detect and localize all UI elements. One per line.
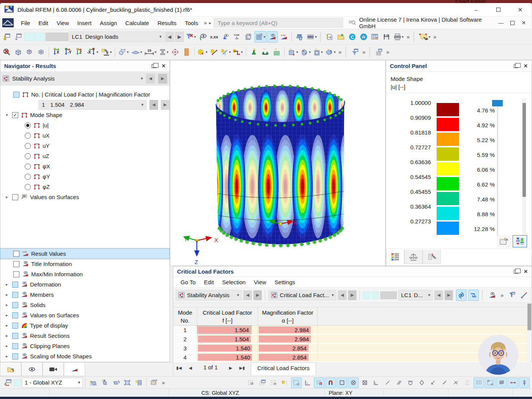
- toolbar-overflow-chevron[interactable]: »: [160, 380, 166, 386]
- toolbar-overflow-chevron[interactable]: »: [385, 49, 391, 55]
- float-panel-icon[interactable]: [514, 270, 518, 274]
- list-item-maxmin-information[interactable]: Max/Min Information: [0, 269, 169, 279]
- panel-settings-button[interactable]: [497, 235, 511, 247]
- grid-settings-button[interactable]: [257, 377, 268, 388]
- table-menu-view[interactable]: View: [250, 278, 270, 287]
- analysis-type-combo[interactable]: Stability Analysis ▾ ◀ ▶: [0, 72, 169, 86]
- mode-shape-checkbox[interactable]: ✓: [12, 112, 18, 118]
- expand-icon[interactable]: ▸: [4, 313, 10, 318]
- panel-scrollbar[interactable]: [522, 98, 526, 239]
- list-item-result-sections[interactable]: ▸ Result Sections: [0, 331, 169, 341]
- snap-points-button[interactable]: [268, 377, 279, 388]
- show-results-ramp-button[interactable]: [487, 290, 497, 301]
- value-bar[interactable]: 1.504: [198, 326, 251, 333]
- table-row[interactable]: 4 1.540 2.854: [173, 353, 527, 362]
- next-analysis-button[interactable]: ▶: [158, 74, 167, 84]
- table-menu-edit[interactable]: Edit: [200, 278, 218, 287]
- color-swatch-gray[interactable]: [46, 33, 68, 41]
- result-values-button[interactable]: [279, 31, 289, 43]
- value-bar[interactable]: 1.540: [198, 354, 252, 361]
- column-header-magnification-factor[interactable]: Magnification Factorα [--]: [258, 307, 318, 325]
- table-filter-button[interactable]: [507, 290, 517, 301]
- radio-u[interactable]: [25, 122, 31, 128]
- clipping-planes-checkbox[interactable]: [12, 343, 18, 349]
- table-window-button[interactable]: [374, 46, 384, 58]
- members-checkbox[interactable]: [12, 292, 18, 298]
- cell-clf[interactable]: 1.540: [197, 353, 258, 361]
- cell-clf[interactable]: 1.504: [197, 335, 258, 343]
- list-item-clipping-planes[interactable]: ▸ Clipping Planes: [0, 341, 169, 351]
- float-panel-icon[interactable]: [152, 64, 156, 68]
- value-bar[interactable]: 1.540: [198, 345, 252, 352]
- zoom-cancel-button[interactable]: [2, 46, 12, 58]
- list-item-result-values[interactable]: Result Values: [0, 249, 169, 259]
- close-panel-icon[interactable]: ✕: [162, 63, 166, 69]
- layers-stack-button[interactable]: [496, 377, 507, 388]
- calculator-abacus-button[interactable]: ▾: [306, 31, 318, 43]
- move-cs-button[interactable]: [99, 377, 110, 388]
- next-page-button[interactable]: ▶: [225, 362, 236, 374]
- close-panel-icon[interactable]: ✕: [524, 269, 528, 274]
- color-scale-options-button[interactable]: [513, 235, 527, 247]
- table-tool-button[interactable]: [519, 290, 529, 301]
- view-faces-button[interactable]: [36, 46, 46, 58]
- close-panel-icon[interactable]: ✕: [524, 63, 528, 69]
- title-information-checkbox[interactable]: [13, 261, 19, 267]
- factors-checkbox[interactable]: [13, 92, 19, 98]
- value-bar[interactable]: 2.984: [259, 336, 311, 342]
- show-results-button[interactable]: [267, 31, 278, 43]
- deformation-checkbox[interactable]: [12, 282, 18, 288]
- tables-button[interactable]: [370, 31, 380, 43]
- menu-assign[interactable]: Assign: [96, 18, 121, 28]
- values-on-surfaces-checkbox[interactable]: [12, 194, 18, 200]
- status-resize-grip[interactable]: [513, 389, 532, 397]
- sheet-tab-critical-load-factors[interactable]: Critical Load Factors: [251, 362, 316, 375]
- cell-mode-no[interactable]: 3: [173, 344, 197, 352]
- print-settings-button[interactable]: [294, 31, 305, 43]
- cell-clf[interactable]: 1.540: [197, 344, 258, 352]
- guideline-button[interactable]: [508, 377, 518, 388]
- dock-window-button[interactable]: [13, 31, 24, 43]
- new-model-button[interactable]: [324, 31, 335, 43]
- tab-factors-scale[interactable]: [404, 250, 423, 264]
- new-shell-button[interactable]: ▾: [299, 46, 312, 58]
- snap-divide-button[interactable]: [439, 377, 450, 388]
- new-window-button[interactable]: [2, 31, 12, 43]
- snap-node-button[interactable]: [280, 377, 290, 388]
- dimension-button[interactable]: 10▾: [144, 46, 157, 58]
- section-profile-button[interactable]: ▾: [158, 46, 169, 58]
- snap-intersect-button[interactable]: [451, 377, 461, 388]
- table-menu-goto[interactable]: Go To: [176, 278, 200, 287]
- list-item-members[interactable]: ▸ Members: [0, 290, 169, 300]
- snap-magnet-button[interactable]: [325, 377, 336, 388]
- maxmin-checkbox[interactable]: [13, 271, 19, 277]
- filter-loads-button[interactable]: ▾: [185, 31, 197, 43]
- snap-scatter-button[interactable]: [462, 377, 473, 388]
- previous-button[interactable]: ◀: [338, 290, 347, 300]
- tab-filter-settings[interactable]: [423, 250, 441, 264]
- table-menu-selection[interactable]: Selection: [218, 278, 250, 287]
- list-item-title-information[interactable]: Title Information: [0, 259, 169, 269]
- load-values-button[interactable]: x.xx: [209, 31, 220, 43]
- color-swatch[interactable]: [14, 379, 21, 386]
- tree-radio-uy[interactable]: uY: [0, 141, 169, 151]
- tab-color-scale[interactable]: [386, 250, 404, 264]
- tree-radio-phiy[interactable]: φY: [0, 171, 169, 182]
- menu-calculate[interactable]: Calculate: [121, 18, 154, 28]
- expand-icon[interactable]: ▸: [4, 354, 10, 359]
- table-row[interactable]: 2 1.504 2.984: [173, 335, 527, 344]
- previous-button[interactable]: ◀: [434, 290, 443, 300]
- load-case-combo[interactable]: LC1 Design loads ▾: [69, 32, 164, 42]
- tree-radio-phix[interactable]: φX: [0, 161, 169, 171]
- search-icon[interactable]: [348, 20, 356, 26]
- new-node-button[interactable]: ▾: [197, 46, 208, 58]
- snap-square-button[interactable]: [337, 377, 347, 388]
- value-bar[interactable]: 2.854: [259, 354, 309, 361]
- selection-rect-button[interactable]: [485, 377, 496, 388]
- menu-results[interactable]: Results: [153, 18, 180, 28]
- solid-model-button[interactable]: ▾: [117, 46, 130, 58]
- list-item-values-on-surfaces[interactable]: ▸ Values on Surfaces: [0, 310, 169, 320]
- maximize-button[interactable]: [487, 3, 509, 16]
- table-analysis-combo[interactable]: Stability Analysis ▾: [176, 290, 242, 301]
- open-file-button[interactable]: [336, 31, 346, 43]
